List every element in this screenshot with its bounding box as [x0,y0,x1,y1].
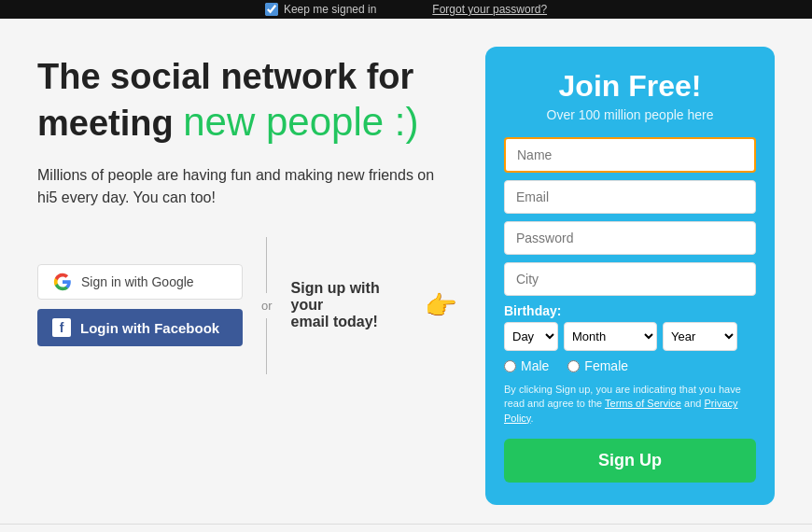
gender-male-radio[interactable] [504,360,516,372]
birthday-selects: Day 12345 678910 Month JanuaryFebruaryMa… [504,322,756,351]
terms-of-service-link[interactable]: Terms of Service [605,398,681,409]
google-signin-label: Sign in with Google [81,274,194,289]
terms-text: By clicking Sign up, you are indicating … [504,383,756,426]
gender-male-label: Male [521,358,549,373]
gender-row: Male Female [504,358,756,373]
birthday-year-select[interactable]: Year 200520042003200019951990 [663,322,737,351]
headline: The social network for meeting new peopl… [37,56,457,146]
headline-new-people: new people :) [183,100,418,144]
join-subtitle: Over 100 million people here [504,107,756,122]
forgot-password-link[interactable]: Forgot your password? [432,3,547,16]
keep-signed-label: Keep me signed in [284,3,376,16]
headline-part2: meeting [37,104,174,143]
top-bar: Keep me signed in Forgot your password? [0,0,812,19]
password-input[interactable] [504,221,756,255]
auth-area: Sign in with Google f Login with Faceboo… [37,237,457,374]
facebook-login-label: Login with Facebook [80,320,219,336]
gender-female-label: Female [584,358,628,373]
or-line-bottom [266,318,267,374]
city-input[interactable] [504,262,756,296]
google-signin-button[interactable]: Sign in with Google [37,264,243,300]
or-line-top [266,237,267,293]
signup-button[interactable]: Sign Up [504,439,756,483]
keep-signed-area: Keep me signed in [265,3,376,16]
headline-part1: The social network for [37,57,413,96]
signup-email-line2: email today! [291,314,415,330]
or-divider: or [261,237,273,374]
cursor-icon: 👉 [425,290,457,321]
join-title: Join Free! [504,69,756,104]
gender-female-option[interactable]: Female [567,358,628,373]
signup-email-text: Sign up with your email today! [291,280,415,330]
name-input[interactable] [504,137,756,173]
birthday-label: Birthday: [504,303,756,318]
or-text: or [261,299,273,313]
hero-subtext: Millions of people are having fun and ma… [37,164,457,209]
main-content: The social network for meeting new peopl… [0,19,812,524]
google-icon [53,273,72,291]
facebook-login-button[interactable]: f Login with Facebook [37,309,243,346]
email-input[interactable] [504,180,756,214]
signup-email-area: Sign up with your email today! 👉 [291,280,457,330]
gender-male-option[interactable]: Male [504,358,549,373]
facebook-icon: f [52,318,71,337]
signup-email-line1: Sign up with your [291,280,415,314]
join-card: Join Free! Over 100 million people here … [485,47,775,505]
auth-buttons: Sign in with Google f Login with Faceboo… [37,264,243,346]
terms-and: and [684,398,701,409]
birthday-month-select[interactable]: Month JanuaryFebruaryMarchApril MayJuneJ… [564,322,657,351]
keep-signed-checkbox[interactable] [265,3,278,16]
birthday-day-select[interactable]: Day 12345 678910 [504,322,558,351]
gender-female-radio[interactable] [567,360,580,372]
terms-period: . [531,413,534,424]
footer: © 2023 hi5 Inc. Mobile Company Jobs Priv… [0,524,812,532]
left-side: The social network for meeting new peopl… [37,47,457,393]
